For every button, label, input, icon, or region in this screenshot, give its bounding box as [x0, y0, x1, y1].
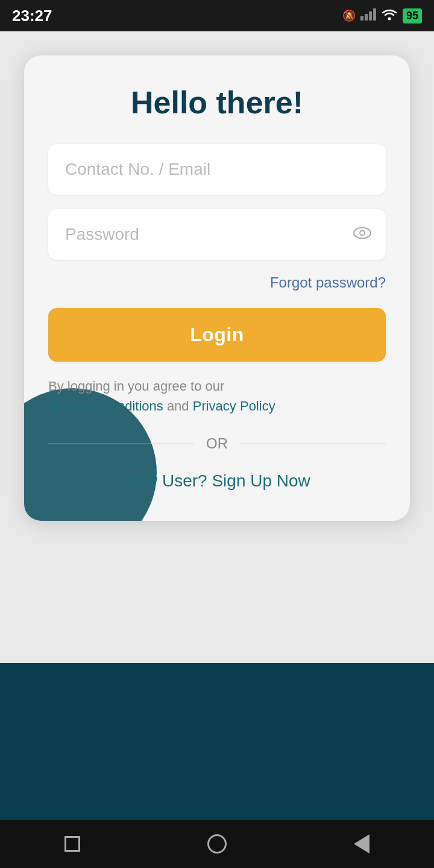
nav-back-icon [354, 834, 370, 854]
wifi-icon [381, 8, 398, 24]
nav-home-button[interactable] [205, 832, 229, 856]
main-area: Hello there! Forgot password? [0, 188, 434, 663]
svg-point-6 [360, 231, 365, 236]
password-input[interactable] [48, 209, 386, 260]
or-text: OR [206, 435, 228, 452]
bottom-background [0, 663, 434, 820]
forgot-password-link[interactable]: Forgot password? [48, 274, 386, 291]
nav-circle-icon [207, 834, 227, 854]
or-divider: OR [48, 435, 386, 452]
svg-rect-3 [373, 8, 376, 20]
nav-square-icon [64, 836, 80, 852]
login-button[interactable]: Login [48, 308, 386, 362]
contact-input[interactable] [48, 144, 386, 195]
svg-rect-1 [365, 14, 368, 20]
signal-icon [360, 8, 376, 24]
terms-link[interactable]: Terms & Conditions [48, 398, 163, 414]
terms-prefix: By logging in you agree to our [48, 379, 224, 394]
forgot-password-text[interactable]: Forgot password? [270, 274, 386, 291]
card-title: Hello there! [48, 86, 386, 120]
svg-rect-0 [360, 16, 363, 20]
terms-connector: and [167, 398, 189, 414]
login-card: Hello there! Forgot password? [24, 55, 410, 521]
contact-input-group [48, 144, 386, 195]
eye-icon[interactable] [353, 225, 371, 244]
or-line-left [48, 444, 194, 444]
or-line-right [240, 444, 386, 444]
signup-link[interactable]: New User? Sign Up Now [48, 471, 386, 491]
terms-section: By logging in you agree to our Terms & C… [48, 376, 386, 416]
mute-icon: 🔕 [342, 9, 356, 22]
nav-back-button[interactable] [350, 832, 374, 856]
android-nav-bar [0, 820, 434, 868]
privacy-link[interactable]: Privacy Policy [193, 398, 275, 414]
svg-point-4 [388, 17, 391, 20]
status-bar: 23:27 🔕 95 [0, 0, 434, 31]
password-input-group [48, 209, 386, 260]
status-time: 23:27 [12, 7, 52, 25]
battery-icon: 95 [403, 8, 422, 24]
svg-rect-2 [369, 11, 372, 20]
status-icons: 🔕 95 [342, 8, 422, 24]
svg-point-5 [354, 228, 371, 239]
nav-recents-button[interactable] [60, 832, 84, 856]
card-inner: Hello there! Forgot password? [48, 86, 386, 491]
